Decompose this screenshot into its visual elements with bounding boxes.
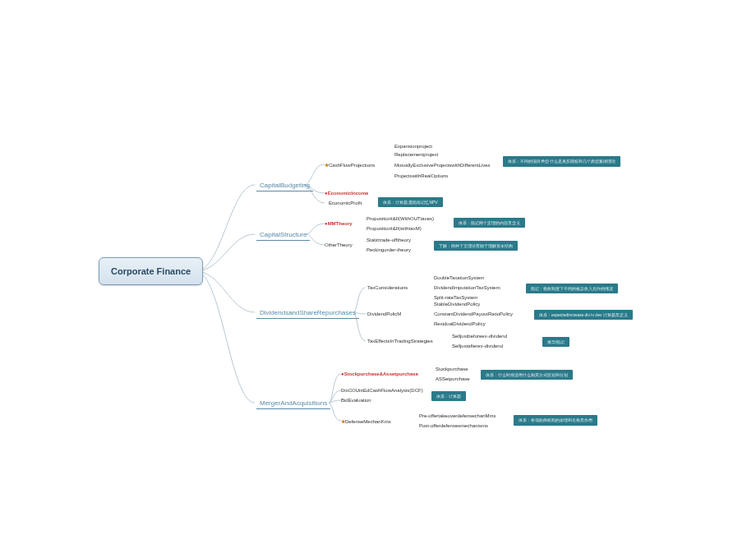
node-economic-profit[interactable]: EconomicProfit: [329, 201, 362, 205]
node-dcf-analysis[interactable]: DisCOUntEdCashFlowAnalysis(DCF): [341, 388, 423, 393]
root-node[interactable]: Corporate Finance: [99, 257, 203, 285]
node-mm-theory[interactable]: ●MMTheory: [325, 221, 353, 226]
leaf: MutuallyExclusiveProjectswithDifferentLi…: [394, 163, 491, 168]
branch-capital-budgeting[interactable]: CapitalBudgeting: [256, 180, 313, 191]
leaf: ASSetpurchase: [436, 376, 470, 381]
branch-capital-structure[interactable]: CapitalStructure: [256, 229, 310, 241]
node-dividend-policy[interactable]: DividendPolicM: [367, 311, 401, 316]
leaf: PropositionI&II(withtaxM): [366, 226, 422, 231]
node-economic-income[interactable]: ●EconomicIncome: [325, 191, 368, 196]
leaf: Selljustbeforeex-dividend: [452, 334, 507, 339]
note: 体系：不同的项目类型 什么是真实期权和几个典型案例理论: [503, 156, 620, 167]
node-defense-mechanisms[interactable]: ★DefenseMechanKms: [341, 418, 391, 424]
note: 体系：熟记两个定理的内容及含义: [454, 218, 525, 228]
leaf: Statictrade-offtheory: [366, 238, 411, 242]
leaf: PropositionI&II(WithOUTtaxes): [366, 216, 434, 221]
leaf: StableDividendPolicy: [434, 302, 480, 307]
branch-dividends-repurchases[interactable]: DividendsandShareRepurchases: [256, 307, 359, 319]
node-tax-effects-trading[interactable]: TaxEffectsInTradingStrategies: [367, 339, 433, 344]
leaf: ConstantDividendPayoutRatioPolicy: [434, 311, 513, 316]
leaf: Pre-offertakeoverdefensechanMms: [419, 413, 496, 418]
branch-merger-acquisitions[interactable]: MergerAndAcquisitions: [256, 398, 330, 409]
leaf: DividendImputationTaxSystem: [434, 285, 500, 290]
leaf: DoubleTaxationSystem: [434, 275, 484, 280]
leaf: Expansionproject: [394, 144, 432, 149]
leaf: Replacementproject: [394, 152, 438, 157]
note: 体系：计算题: [431, 391, 466, 401]
note: 熟记：税收制度下不同的枚款收入允许的情况: [526, 284, 618, 293]
leaf: Split-rateTaxSystem: [434, 295, 477, 300]
leaf: Selljustafterex-dividend: [452, 344, 503, 348]
leaf: Stockpurchase: [436, 367, 468, 371]
note: 推导/熟记: [542, 337, 569, 347]
node-cashflow-projections[interactable]: ★CashFlowProjections: [325, 162, 375, 168]
node-other-theory[interactable]: OtherTheory: [325, 242, 353, 247]
note: 体系：expectedincrease div iv dev 计算题及定义: [534, 310, 633, 320]
node-bid-evaluation[interactable]: BidEvaluation: [341, 398, 371, 403]
note: 了解：两种下支理论有助于理解资本结构: [434, 241, 518, 251]
note: 体系：计算题,需熟练记忆NPV: [378, 197, 443, 207]
note: 体系：各项防御机制的原理和名称及作用: [514, 415, 597, 426]
leaf: Peckingorder-theory: [366, 247, 411, 252]
leaf: Post-offerdefensesmechanisms: [419, 423, 488, 428]
node-tax-considerations[interactable]: TaxConsiderations: [367, 285, 408, 290]
note: 体系：什么时候适用什么购买方式区别和分别: [481, 370, 573, 380]
node-stock-asset-purchase[interactable]: ●Stockpurchase&Assetpurchase: [341, 371, 418, 376]
leaf: ProjectswithRealOptions: [394, 173, 448, 178]
leaf: ResidualDividendPolicy: [434, 321, 486, 326]
